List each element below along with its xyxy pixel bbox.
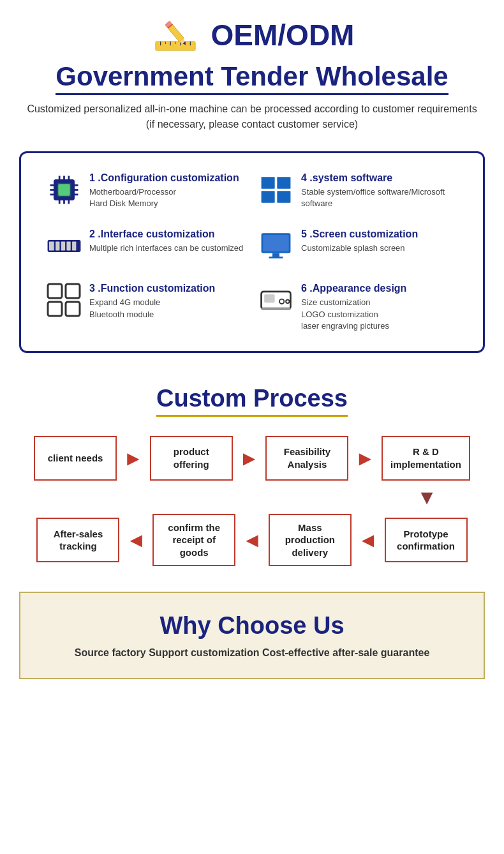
step-confirm-receipt: confirm thereceipt ofgoods [152, 514, 235, 567]
step-after-sales: After-salestracking [36, 518, 119, 562]
interface-icon [47, 228, 82, 264]
feature-6-title: 6 .Appearance design [301, 283, 406, 294]
oem-title: OEM/ODM [211, 18, 355, 52]
feature-4-title: 4 .system software [301, 172, 457, 184]
feature-5: 5 .Screen customization Customizable spl… [258, 228, 457, 264]
svg-rect-50 [262, 308, 291, 311]
svg-rect-39 [263, 235, 288, 251]
svg-point-49 [286, 300, 290, 304]
feature-4-desc: Stable system/office software/Microsoft … [301, 186, 457, 209]
step-client-needs: client needs [34, 436, 117, 481]
arrow-5: ◄ [242, 530, 262, 550]
subtitle: Customized personalized all-in-one machi… [26, 101, 478, 132]
svg-rect-40 [272, 253, 279, 257]
svg-rect-33 [49, 242, 54, 251]
why-title: Why Choose Us [33, 612, 471, 640]
step-rd: R & Dimplementation [382, 436, 470, 481]
svg-point-48 [279, 299, 284, 304]
feature-1: 1 .Configuration customization Motherboa… [47, 172, 246, 209]
step-product-offering: productoffering [150, 436, 233, 481]
svg-rect-31 [277, 191, 290, 202]
step-mass-production: Massproductiondelivery [269, 514, 352, 567]
svg-rect-45 [66, 302, 80, 316]
pencil-ruler-icon [150, 13, 201, 57]
process-title: Custom Process [156, 385, 348, 417]
cpu-icon [47, 172, 82, 207]
process-section: Custom Process client needs ► productoff… [0, 366, 504, 580]
feature-3-desc: Expand 4G moduleBluetooth module [89, 297, 215, 320]
why-section: Why Choose Us Source factory Support cus… [19, 592, 485, 679]
svg-rect-35 [61, 242, 65, 251]
why-subtitle: Source factory Support customization Cos… [33, 647, 471, 659]
feature-3: 3 .Function customization Expand 4G modu… [47, 283, 246, 332]
svg-rect-41 [269, 257, 283, 258]
feature-4: 4 .system software Stable system/office … [258, 172, 457, 209]
svg-rect-34 [56, 242, 59, 251]
feature-5-title: 5 .Screen customization [301, 228, 418, 240]
arrow-6: ◄ [358, 530, 378, 550]
svg-rect-29 [277, 177, 290, 188]
feature-2: 2 .Interface customization Multiple rich… [47, 228, 246, 264]
process-row-2: After-salestracking ◄ confirm thereceipt… [19, 514, 485, 567]
svg-rect-42 [48, 284, 62, 298]
feature-6: 6 .Appearance design Size customizationL… [258, 283, 457, 332]
header-top: OEM/ODM [26, 13, 478, 57]
feature-1-title: 1 .Configuration customization [89, 172, 239, 184]
step-feasibility: FeasibilityAnalysis [265, 436, 348, 481]
step-prototype: Prototypeconfirmation [385, 518, 468, 562]
windows-icon [258, 172, 293, 207]
svg-rect-36 [66, 242, 70, 251]
feature-6-desc: Size customizationLOGO customizationlase… [301, 297, 406, 332]
header-section: OEM/ODM Government Tender Wholesale Cust… [0, 0, 504, 139]
features-box: 1 .Configuration customization Motherboa… [19, 151, 485, 353]
process-flow: client needs ► productoffering ► Feasibi… [19, 436, 485, 567]
svg-rect-47 [264, 295, 275, 303]
svg-rect-30 [262, 191, 275, 202]
function-icon [47, 283, 82, 318]
features-grid: 1 .Configuration customization Motherboa… [47, 172, 457, 332]
arrow-4: ◄ [126, 530, 146, 550]
feature-2-desc: Multiple rich interfaces can be customiz… [89, 243, 243, 254]
svg-rect-28 [262, 177, 275, 188]
down-arrow: ▼ [417, 487, 450, 507]
svg-rect-15 [58, 184, 70, 195]
monitor-icon [258, 228, 293, 264]
arrow-2: ► [239, 448, 260, 468]
svg-rect-37 [72, 242, 76, 251]
process-row-1: client needs ► productoffering ► Feasibi… [19, 436, 485, 481]
feature-3-title: 3 .Function customization [89, 283, 215, 294]
arrow-1: ► [123, 448, 144, 468]
feature-1-desc: Motherboard/ProcessorHard Disk Memory [89, 186, 239, 209]
feature-5-desc: Customizable splash screen [301, 243, 418, 254]
gov-title: Government Tender Wholesale [56, 61, 448, 95]
appearance-icon [258, 283, 293, 318]
down-arrow-connector: ▼ [19, 483, 485, 511]
svg-rect-44 [48, 302, 62, 316]
feature-2-title: 2 .Interface customization [89, 228, 243, 240]
arrow-3: ► [355, 448, 375, 468]
svg-rect-43 [66, 284, 80, 298]
